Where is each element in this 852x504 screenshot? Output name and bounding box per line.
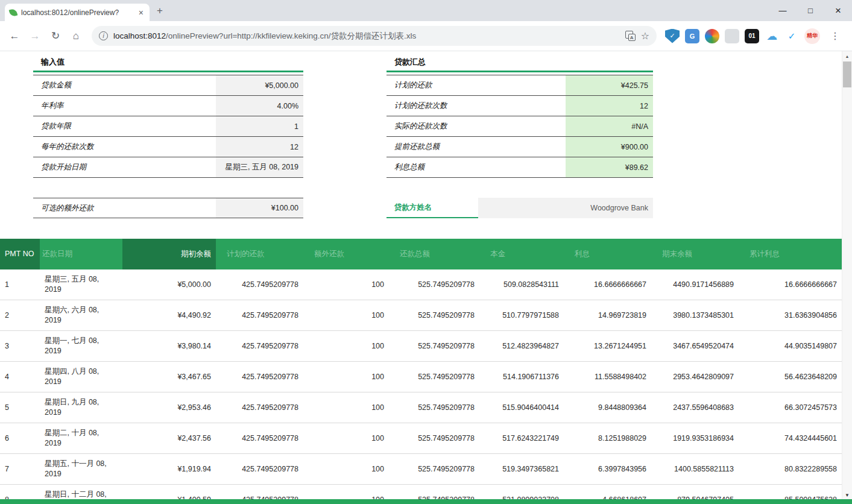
cell-cumulative-interest: 74.4324445601: [739, 423, 842, 454]
cell-principal: 519.3497365821: [479, 454, 564, 485]
cell-principal: 510.7797971588: [479, 300, 564, 331]
row-label: 贷款年限: [33, 116, 216, 136]
scroll-up-icon[interactable]: ▲: [842, 51, 852, 61]
cell-cumulative-interest: 44.9035149807: [739, 331, 842, 362]
row-label: 提前还款总额: [387, 137, 566, 157]
bookmark-star-icon[interactable]: ☆: [641, 30, 649, 42]
extensions-area: ✓ G 01 ☁ ✓ 精华 ⋮: [663, 28, 847, 44]
cell-interest: 9.8448809364: [564, 392, 651, 423]
lender-label: 贷款方姓名: [387, 198, 478, 218]
badge-extension-icon[interactable]: 01: [745, 29, 759, 43]
panel-row: 计划的还款次数12: [387, 96, 653, 116]
cell-beginning-balance: ¥2,953.46: [122, 392, 216, 423]
row-label: 计划的还款: [387, 75, 566, 95]
cell-scheduled-payment: 425.7495209778: [216, 269, 303, 300]
cell-beginning-balance: ¥2,437.56: [122, 423, 216, 454]
cell-payment-date: 星期四, 八月 08, 2019: [40, 362, 122, 392]
vertical-scrollbar[interactable]: ▲ ▼: [842, 51, 852, 499]
row-value: 12: [216, 137, 303, 157]
cell-beginning-balance: ¥3,980.14: [122, 331, 216, 362]
tab-strip: localhost:8012/onlinePreview? × + — □ ×: [0, 0, 852, 21]
col-header-scheduled-payment: 计划的还款: [216, 239, 303, 269]
tab-close-icon[interactable]: ×: [137, 8, 145, 17]
cell-principal: 514.1906711376: [479, 362, 564, 392]
table-row: 5星期日, 九月 08, 2019¥2,953.46425.7495209778…: [0, 392, 842, 423]
forward-button[interactable]: →: [25, 27, 45, 46]
check-extension-icon[interactable]: ✓: [784, 29, 799, 43]
home-button[interactable]: ⌂: [66, 27, 86, 46]
row-label: 计划的还款次数: [387, 96, 566, 116]
cell-principal: 512.4823964827: [479, 331, 564, 362]
cell-beginning-balance: ¥1,400.59: [122, 485, 216, 500]
panel-row: 每年的还款次数12: [33, 137, 303, 157]
input-panel-title: 输入值: [33, 55, 303, 72]
cell-pmt-no: 1: [0, 269, 40, 300]
page-info-icon[interactable]: i: [99, 31, 108, 40]
url-path: /onlinePreview?url=http://kkfileview.kek…: [166, 31, 416, 40]
cell-principal: 515.9046400414: [479, 392, 564, 423]
browser-extension-icon[interactable]: [705, 29, 719, 43]
cell-extra-payment: 100: [303, 362, 389, 392]
panel-row: 提前还款总额¥900.00: [387, 137, 653, 157]
col-header-beginning-balance: 期初余额: [122, 239, 216, 269]
row-label: 每年的还款次数: [33, 137, 216, 157]
cell-interest: 14.969723819: [564, 300, 651, 331]
translate-extension-icon[interactable]: G: [685, 29, 699, 43]
cell-principal: 521.0809023708: [479, 485, 564, 500]
gray-extension-icon[interactable]: [725, 29, 739, 43]
row-value: 星期三, 五月 08, 2019: [216, 157, 303, 177]
cell-total-payment: 525.7495209778: [389, 300, 479, 331]
shield-extension-icon[interactable]: ✓: [665, 29, 680, 43]
scroll-down-icon[interactable]: ▼: [842, 493, 852, 498]
maximize-button[interactable]: □: [797, 0, 824, 21]
row-value: ¥900.00: [566, 137, 653, 157]
cell-principal: 517.6243221749: [479, 423, 564, 454]
cell-total-payment: 525.7495209778: [389, 485, 479, 500]
table-row: 8星期日, 十二月 08, 2019¥1,400.59425.749520977…: [0, 485, 842, 500]
schedule-body: 1星期三, 五月 08, 2019¥5,000.00425.7495209778…: [0, 269, 842, 499]
chrome-menu-icon[interactable]: ⋮: [825, 30, 845, 42]
scrollbar-thumb[interactable]: [843, 61, 851, 87]
cell-ending-balance: 879.5046797405: [651, 485, 739, 500]
cell-scheduled-payment: 425.7495209778: [216, 362, 303, 392]
cell-extra-payment: 100: [303, 300, 389, 331]
reload-button[interactable]: ↻: [46, 27, 65, 46]
cell-total-payment: 525.7495209778: [389, 269, 479, 300]
cell-ending-balance: 3467.6549520474: [651, 331, 739, 362]
cell-total-payment: 525.7495209778: [389, 392, 479, 423]
cell-total-payment: 525.7495209778: [389, 423, 479, 454]
cell-ending-balance: 2953.4642809097: [651, 362, 739, 392]
cell-scheduled-payment: 425.7495209778: [216, 300, 303, 331]
cell-payment-date: 星期日, 九月 08, 2019: [40, 392, 122, 423]
panel-row: 计划的还款¥425.75: [387, 75, 653, 96]
cell-principal: 509.0828543111: [479, 269, 564, 300]
input-panel: 输入值 贷款金额¥5,000.00年利率4.00%贷款年限1每年的还款次数12贷…: [33, 55, 303, 218]
table-row: 3星期一, 七月 08, 2019¥3,980.14425.7495209778…: [0, 331, 842, 362]
bottom-green-bar: [0, 499, 852, 504]
cell-pmt-no: 3: [0, 331, 40, 362]
address-bar[interactable]: i localhost:8012/onlinePreview?url=http:…: [92, 26, 657, 46]
browser-tab[interactable]: localhost:8012/onlinePreview? ×: [5, 4, 150, 21]
profile-avatar[interactable]: 精华: [804, 28, 820, 44]
browser-window: localhost:8012/onlinePreview? × + — □ × …: [0, 0, 852, 504]
cell-ending-balance: 3980.1373485301: [651, 300, 739, 331]
cell-extra-payment: 100: [303, 331, 389, 362]
new-tab-button[interactable]: +: [157, 5, 163, 17]
minimize-button[interactable]: —: [769, 0, 797, 21]
back-button[interactable]: ←: [5, 27, 24, 46]
cell-cumulative-interest: 31.6363904856: [739, 300, 842, 331]
panel-row: 贷款金额¥5,000.00: [33, 75, 303, 96]
url-text: localhost:8012/onlinePreview?url=http://…: [113, 31, 620, 42]
cell-total-payment: 525.7495209778: [389, 362, 479, 392]
cell-scheduled-payment: 425.7495209778: [216, 331, 303, 362]
cloud-extension-icon[interactable]: ☁: [765, 29, 779, 43]
top-panels: 输入值 贷款金额¥5,000.00年利率4.00%贷款年限1每年的还款次数12贷…: [0, 55, 842, 218]
schedule-header-row: PMT NO还款日期期初余额计划的还款额外还款还款总额本金利息期末余额累计利息: [0, 239, 842, 269]
cell-payment-date: 星期日, 十二月 08, 2019: [40, 485, 122, 500]
cell-scheduled-payment: 425.7495209778: [216, 423, 303, 454]
close-button[interactable]: ×: [824, 0, 852, 21]
translate-icon[interactable]: [625, 31, 636, 41]
lender-row: 贷款方姓名 Woodgrove Bank: [387, 198, 653, 218]
page-content: 输入值 贷款金额¥5,000.00年利率4.00%贷款年限1每年的还款次数12贷…: [0, 51, 852, 504]
table-row: 6星期二, 十月 08, 2019¥2,437.56425.7495209778…: [0, 423, 842, 454]
